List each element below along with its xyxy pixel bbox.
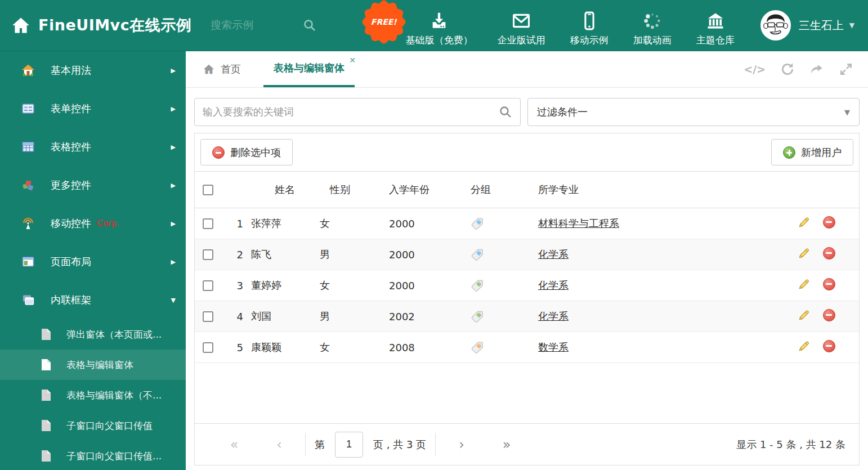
edit-pencil-icon[interactable] (797, 277, 811, 291)
select-all-checkbox[interactable] (203, 185, 213, 195)
chevron-right-icon: ▶ (171, 144, 176, 151)
next-page-icon[interactable]: › (439, 437, 484, 453)
cell-group (471, 310, 538, 323)
sidebar-subitem-label: 子窗口向父窗口传值... (66, 450, 162, 463)
row-checkbox[interactable] (203, 218, 213, 229)
envelope-icon (512, 11, 531, 30)
filter-dropdown-value: 过滤条件一 (537, 105, 588, 119)
corp-badge: Corp. (97, 218, 119, 229)
keyword-search-box[interactable] (194, 98, 521, 126)
sidebar-subitem-label: 表格与编辑窗体（不... (66, 389, 162, 402)
tab-grid-edit-window[interactable]: 表格与编辑窗体 ✕ (263, 51, 355, 87)
filter-dropdown[interactable]: 过滤条件一 ▼ (527, 98, 860, 126)
delete-row-icon[interactable] (823, 309, 835, 321)
keyword-search-input[interactable] (203, 106, 499, 118)
col-header-major[interactable]: 所学专业 (538, 183, 791, 196)
sidebar-item-4[interactable]: 移动控件Corp.▶ (0, 204, 186, 243)
document-icon (41, 359, 52, 371)
major-link[interactable]: 化学系 (538, 248, 569, 260)
tab-home[interactable]: 首页 (195, 51, 249, 87)
edit-pencil-icon[interactable] (797, 308, 811, 322)
delete-row-icon[interactable] (823, 278, 835, 290)
sidebar-subitem-label: 弹出窗体（本页面或... (66, 328, 162, 341)
cell-delete (816, 278, 844, 293)
col-header-group[interactable]: 分组 (471, 183, 538, 196)
sidebar-subitem-0[interactable]: 弹出窗体（本页面或... (0, 319, 186, 350)
row-number: 3 (223, 280, 251, 292)
sidebar-subitem-2[interactable]: 表格与编辑窗体（不... (0, 380, 186, 410)
cell-name: 董婷婷 (251, 279, 319, 292)
sidebar-subitem-3[interactable]: 子窗口向父窗口传值 (0, 410, 186, 441)
tag-icon (471, 279, 484, 292)
nav-item-1[interactable]: 企业版试用 (498, 11, 545, 47)
cell-edit (791, 277, 816, 293)
prev-page-icon[interactable]: ‹ (257, 437, 302, 453)
delete-selected-button[interactable]: 删除选中项 (200, 139, 293, 165)
nav-item-label: 主题仓库 (696, 34, 735, 47)
sidebar-item-6[interactable]: 内联框架▼ (0, 281, 186, 319)
user-menu[interactable]: 三生石上 ▼ (760, 10, 854, 41)
col-header-name[interactable]: 姓名 (251, 183, 319, 196)
sidebar-subitem-4[interactable]: 子窗口向父窗口传值... (0, 441, 186, 470)
download-icon (429, 11, 449, 30)
major-link[interactable]: 化学系 (538, 279, 569, 291)
nav-item-2[interactable]: 移动示例 (570, 11, 609, 47)
sidebar-item-3[interactable]: 更多控件▶ (0, 166, 186, 204)
row-checkbox-cell (195, 311, 223, 322)
header-search-input[interactable] (211, 19, 295, 32)
delete-row-icon[interactable] (823, 216, 835, 229)
major-link[interactable]: 化学系 (538, 310, 569, 322)
cell-major: 化学系 (538, 279, 791, 292)
nav-item-0[interactable]: FREE!基础版（免费） (406, 11, 473, 47)
share-icon[interactable] (809, 62, 824, 77)
nav-item-4[interactable]: 主题仓库 (696, 11, 735, 47)
delete-row-icon[interactable] (823, 247, 835, 259)
add-user-button[interactable]: 新增用户 (771, 139, 853, 165)
sidebar-subitem-1[interactable]: 表格与编辑窗体 (0, 350, 186, 380)
close-tab-icon[interactable]: ✕ (349, 56, 356, 65)
major-link[interactable]: 材料科学与工程系 (538, 217, 619, 229)
pager-divider (305, 433, 306, 456)
grid-search-icon[interactable] (499, 105, 512, 119)
col-header-year[interactable]: 入学年份 (389, 183, 471, 196)
sidebar-item-0[interactable]: 基本用法▶ (0, 51, 186, 89)
delete-row-icon[interactable] (823, 340, 835, 352)
nav-item-label: 基础版（免费） (406, 34, 473, 47)
header-search[interactable] (211, 19, 323, 32)
col-header-gender[interactable]: 性别 (319, 183, 389, 196)
document-icon (41, 450, 52, 462)
edit-pencil-icon[interactable] (797, 216, 811, 229)
cell-year: 2000 (389, 249, 471, 261)
search-icon[interactable] (303, 19, 316, 32)
page-number-input[interactable] (335, 432, 363, 458)
row-checkbox[interactable] (203, 249, 213, 260)
first-page-icon[interactable]: « (212, 437, 257, 453)
last-page-icon[interactable]: » (484, 437, 529, 453)
brand[interactable]: FineUIMvc在线示例 (0, 15, 191, 35)
cell-edit (791, 308, 816, 324)
major-link[interactable]: 数学系 (538, 341, 569, 353)
sidebar-item-label: 基本用法 (51, 64, 91, 77)
row-checkbox[interactable] (203, 342, 213, 353)
avatar[interactable] (760, 10, 791, 41)
avatar-face-icon (762, 11, 790, 39)
form-icon (21, 102, 35, 115)
sidebar-item-1[interactable]: 表单控件▶ (0, 89, 186, 128)
document-icon (41, 419, 52, 432)
cell-major: 化学系 (538, 248, 791, 261)
tag-icon (471, 248, 484, 261)
row-checkbox[interactable] (203, 280, 213, 291)
sidebar-item-5[interactable]: 页面布局▶ (0, 243, 186, 281)
sidebar-item-2[interactable]: 表格控件▶ (0, 128, 186, 166)
cell-group (471, 248, 538, 261)
edit-pencil-icon[interactable] (797, 247, 811, 260)
nav-item-3[interactable]: 加载动画 (633, 11, 672, 47)
expand-icon[interactable] (839, 62, 853, 77)
cell-delete (816, 247, 844, 262)
refresh-icon[interactable] (780, 62, 795, 77)
view-source-icon[interactable]: </> (744, 62, 766, 77)
add-user-label: 新增用户 (801, 146, 842, 159)
edit-pencil-icon[interactable] (797, 339, 811, 353)
nav-item-label: 加载动画 (633, 34, 672, 47)
row-checkbox[interactable] (203, 311, 213, 322)
